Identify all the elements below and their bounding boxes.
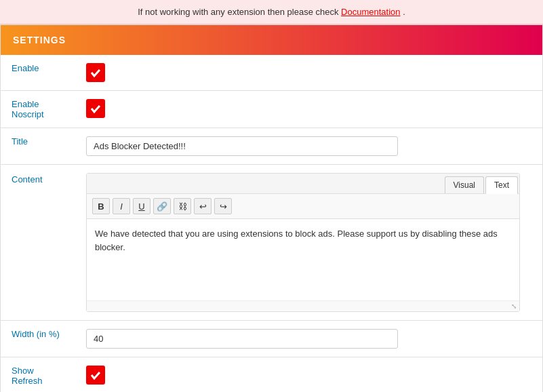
editor-content: We have detected that you are using exte… — [95, 229, 498, 252]
row-title: Title — [1, 128, 542, 165]
toolbar-undo[interactable]: ↩ — [194, 198, 212, 214]
editor-body[interactable]: We have detected that you are using exte… — [87, 219, 519, 300]
tab-visual[interactable]: Visual — [445, 176, 484, 193]
editor-tabs: Visual Text — [87, 174, 519, 194]
content-label: Content — [12, 174, 43, 184]
checkmark-icon — [90, 103, 101, 114]
settings-table: Enable Enable Noscript — [1, 55, 542, 392]
notice-text: If not working with any extension then p… — [138, 7, 341, 17]
row-enable: Enable — [1, 55, 542, 91]
editor-resize: ⤡ — [87, 300, 519, 311]
toolbar-redo[interactable]: ↪ — [214, 198, 232, 214]
row-enable-noscript: Enable Noscript — [1, 91, 542, 128]
documentation-link[interactable]: Documentation — [341, 7, 400, 17]
settings-title: SETTINGS — [13, 35, 66, 45]
enable-checkbox[interactable] — [86, 63, 105, 82]
notice-bar: If not working with any extension then p… — [0, 0, 543, 24]
row-width: Width (in %) — [1, 321, 542, 357]
enable-noscript-label: Enable Noscript — [12, 99, 44, 119]
title-input[interactable] — [86, 136, 398, 156]
editor-toolbar: B I U 🔗 ⛓ ↩ ↪ — [87, 194, 519, 219]
toolbar-unlink[interactable]: ⛓ — [174, 198, 191, 214]
toolbar-underline[interactable]: U — [133, 198, 150, 214]
width-label: Width (in %) — [12, 329, 60, 339]
resize-icon: ⤡ — [511, 302, 517, 310]
toolbar-bold[interactable]: B — [92, 198, 110, 214]
settings-panel: SETTINGS Enable Enable — [0, 24, 543, 392]
checkmark-icon — [90, 370, 101, 380]
width-input[interactable] — [86, 329, 398, 349]
enable-label: Enable — [12, 63, 39, 73]
tab-text[interactable]: Text — [485, 176, 518, 194]
row-show-refresh: Show Refresh — [1, 357, 542, 393]
toolbar-italic[interactable]: I — [113, 198, 130, 214]
show-refresh-label: Show Refresh — [12, 366, 43, 386]
row-content: Content Visual Text B I U 🔗 ⛓ — [1, 165, 542, 321]
title-label: Title — [12, 136, 28, 146]
content-editor: Visual Text B I U 🔗 ⛓ ↩ ↪ — [86, 173, 520, 312]
toolbar-link[interactable]: 🔗 — [153, 198, 171, 214]
show-refresh-checkbox[interactable] — [86, 366, 105, 385]
enable-noscript-checkbox[interactable] — [86, 99, 105, 118]
notice-suffix: . — [403, 7, 405, 17]
settings-header: SETTINGS — [1, 25, 542, 55]
checkmark-icon — [90, 67, 101, 78]
